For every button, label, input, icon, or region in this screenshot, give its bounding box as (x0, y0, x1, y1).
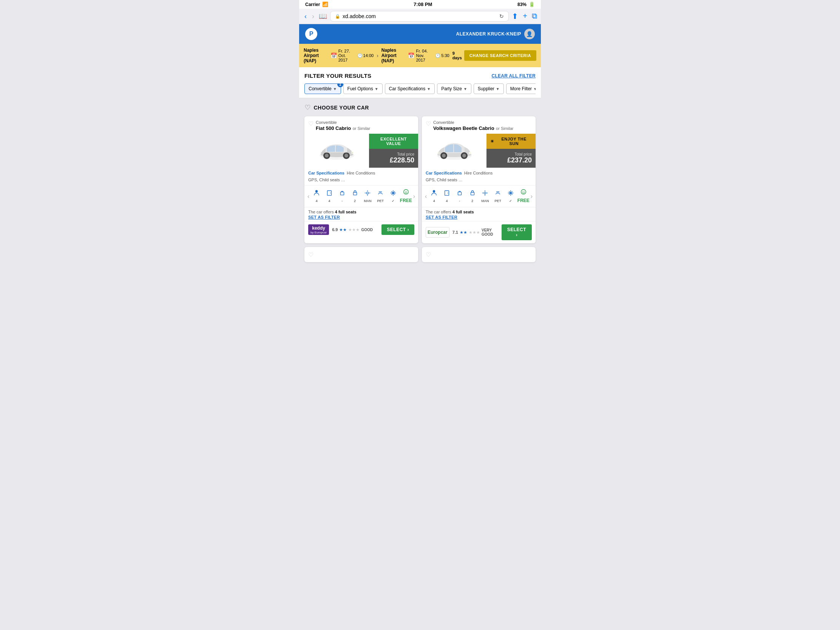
ac-check-fiat: ✓ (392, 199, 395, 203)
car-type-fiat: Convertible (316, 120, 370, 125)
pet-icon-vw (494, 189, 501, 198)
to-date: Fr. 04. Nov. 2017 (416, 49, 434, 62)
search-criteria-info: Naples Airport (NAP) 📅 Fr. 27. Oct. 2017… (304, 47, 462, 63)
bookmarks-icon[interactable]: 📖 (319, 12, 327, 21)
change-search-button[interactable]: CHANGE SEARCH CRITERIA (464, 50, 536, 61)
car-info-vw: Convertible Volkswagen Beetle Cabrio or … (433, 120, 514, 131)
filter-party-size[interactable]: Party Size ▼ (437, 84, 471, 94)
favorite-icon-fiat[interactable]: ♡ (308, 120, 314, 127)
icon-luggage-fiat: - (336, 189, 349, 203)
favorite-icon-vw[interactable]: ♡ (426, 120, 431, 127)
icon-bags-fiat: 2 (349, 189, 362, 203)
svg-point-20 (462, 154, 466, 158)
set-filter-fiat[interactable]: SET AS FILTER (308, 215, 414, 219)
select-button-fiat[interactable]: SELECT › (382, 224, 414, 235)
rating-fiat: 6.9 ★★★★★ GOOD (332, 227, 373, 232)
filter-label-convertible: Convertible (309, 86, 332, 92)
smile-icon-vw (520, 188, 527, 197)
app-logo[interactable]: P (305, 28, 317, 40)
back-button[interactable]: ‹ (303, 12, 308, 21)
car-tabs-fiat: Car Specifications Hire Conditions GPS, … (305, 168, 418, 185)
price-value-fiat: £228.50 (390, 156, 414, 164)
door-icon-fiat (326, 189, 333, 198)
doors-count-fiat: 4 (328, 199, 330, 203)
clear-filter-button[interactable]: CLEAR ALL FILTER (491, 73, 535, 79)
tab-gps-fiat[interactable]: GPS, Child seats … (308, 177, 345, 182)
wifi-icon: 📶 (322, 2, 328, 7)
tab-hire-fiat[interactable]: Hire Conditions (347, 171, 375, 175)
icon-pet-vw: PET (491, 189, 504, 203)
address-bar[interactable]: 🔒 xd.adobe.com ↻ (330, 11, 509, 22)
filter-fuel[interactable]: Fuel Options ▼ (343, 84, 383, 94)
icons-prev-vw[interactable]: ‹ (424, 193, 428, 200)
icon-pet-fiat: PET (374, 189, 387, 203)
bags-count-fiat: 2 (354, 199, 356, 203)
favorite-icon-partial-right[interactable]: ♡ (426, 251, 431, 258)
vw-car-svg (434, 139, 475, 162)
icons-prev-fiat[interactable]: ‹ (307, 193, 310, 200)
rating-number-vw: 7.1 (453, 230, 458, 235)
rating-label-vw: VERY GOOD (482, 228, 499, 237)
free-label-fiat: FREE (400, 198, 412, 203)
filter-header: FILTER YOUR RESULTS CLEAR ALL FILTER (305, 73, 535, 79)
tabs-icon[interactable]: ⧉ (532, 12, 537, 21)
filter-supplier[interactable]: Supplier ▼ (474, 84, 504, 94)
car-image-section-vw: ☀ ENJOY THE SUN Total price £237.20 (422, 134, 535, 168)
doors-count-vw: 4 (446, 199, 448, 203)
add-tab-icon[interactable]: + (523, 12, 527, 21)
filter-convertible[interactable]: Convertible ▼ 1 (305, 84, 341, 94)
svg-rect-8 (327, 191, 332, 196)
car-name-text-fiat: Fiat 500 Cabrio (316, 125, 351, 131)
calendar-icon-to: 📅 (408, 52, 414, 58)
icons-next-vw[interactable]: › (530, 193, 533, 200)
icons-next-fiat[interactable]: › (412, 193, 416, 200)
filter-dropdowns: Convertible ▼ 1 Fuel Options ▼ Car Speci… (305, 84, 535, 94)
clock-icon-from: 🕐 (357, 53, 363, 58)
direction-arrow: › (377, 52, 379, 58)
avatar: 👤 (524, 29, 535, 39)
gear-icon-fiat (364, 189, 371, 198)
battery-icon: 🔋 (529, 2, 535, 7)
stars-empty-vw: ★★★ (469, 230, 480, 235)
car-name-text-vw: Volkswagen Beetle Cabrio (433, 125, 494, 131)
car-similar-vw: or Similar (496, 126, 513, 131)
favorite-icon-partial-left[interactable]: ♡ (308, 251, 314, 258)
filter-title: FILTER YOUR RESULTS (305, 73, 371, 79)
set-filter-vw[interactable]: SET AS FILTER (426, 215, 532, 219)
reload-icon[interactable]: ↻ (499, 13, 504, 19)
car-image-section-fiat: EXCELLENT VALUE Total price £228.50 (305, 134, 418, 168)
from-location: Naples Airport (NAP) (304, 47, 329, 63)
heart-icon: ♡ (305, 104, 311, 112)
share-icon[interactable]: ⬆ (512, 12, 518, 21)
rating-label-fiat: GOOD (361, 228, 373, 232)
tab-car-specs-vw[interactable]: Car Specifications (426, 171, 462, 175)
keddy-logo: keddy by Europcar (308, 224, 329, 235)
svg-point-29 (521, 189, 526, 194)
car-name-fiat: Fiat 500 Cabrio or Similar (316, 125, 370, 131)
tab-hire-vw[interactable]: Hire Conditions (464, 171, 493, 175)
icon-bags-vw: 2 (466, 189, 479, 203)
user-profile[interactable]: ALEXANDER KRUCK-KNEIP 👤 (456, 29, 535, 39)
filter-label-supplier: Supplier (478, 86, 494, 92)
forward-button[interactable]: › (311, 12, 316, 21)
icon-seats-fiat: 4 (310, 189, 323, 203)
calendar-icon-from: 📅 (330, 52, 337, 58)
tab-car-specs-fiat[interactable]: Car Specifications (308, 171, 344, 175)
filter-car-specs[interactable]: Car Specifications ▼ (385, 84, 435, 94)
select-button-vw[interactable]: SELECT › (502, 224, 532, 240)
from-time: 14:00 (363, 53, 374, 58)
from-date: Fr. 27. Oct. 2017 (338, 49, 356, 62)
bags-count-vw: 2 (471, 199, 473, 203)
pet-icon-fiat (377, 189, 384, 198)
car-image-fiat (305, 134, 369, 168)
filter-more[interactable]: More Filter ▼ (506, 84, 535, 94)
price-total-vw: Total price £237.20 (486, 149, 535, 168)
svg-point-13 (403, 189, 408, 194)
svg-rect-11 (353, 192, 357, 195)
car-card-partial-right: ♡ (422, 247, 535, 262)
car-image-vw (422, 134, 486, 168)
car-tabs-vw: Car Specifications Hire Conditions GPS, … (422, 168, 535, 185)
chevron-down-icon-3: ▼ (427, 87, 431, 91)
bag-icon-fiat (352, 189, 358, 198)
tab-gps-vw[interactable]: GPS, Child seats … (426, 177, 463, 182)
